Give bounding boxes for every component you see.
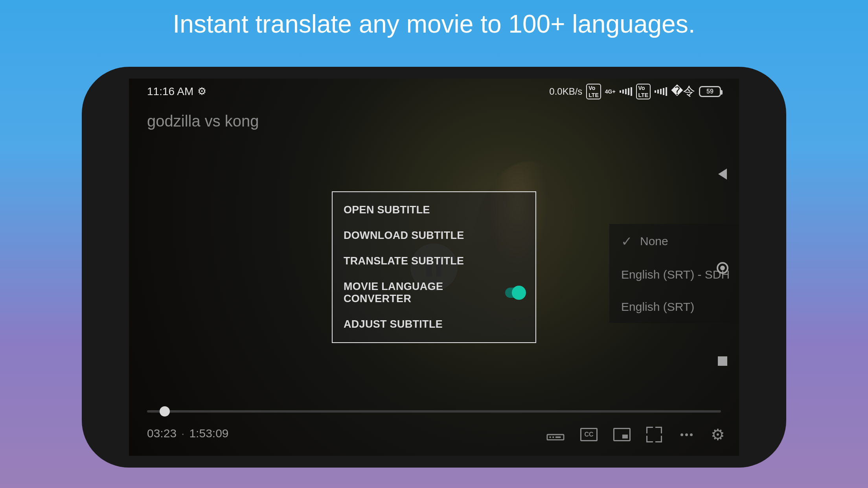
svg-rect-2 (552, 437, 554, 438)
subtitle-none-label: None (640, 235, 668, 248)
open-subtitle-label: OPEN SUBTITLE (344, 204, 430, 216)
subtitle-eng-sdh-label: English (SRT) - SDH (621, 268, 730, 281)
download-subtitle-item[interactable]: DOWNLOAD SUBTITLE (344, 229, 524, 242)
subtitle-menu: OPEN SUBTITLE DOWNLOAD SUBTITLE TRANSLAT… (332, 191, 536, 343)
signal-1-icon (620, 87, 632, 96)
nav-home-icon[interactable] (717, 262, 728, 274)
subtitle-keyboard-icon[interactable] (546, 427, 565, 442)
more-icon[interactable] (678, 428, 695, 441)
svg-rect-1 (550, 437, 551, 438)
network-type: 4G+ (605, 88, 616, 95)
svg-rect-3 (555, 437, 561, 438)
status-bar: 11:16 AM ⚙ 0.0KB/s VoLTE 4G+ VoLTE �令 59 (129, 83, 739, 99)
total-time: 1:53:09 (189, 427, 228, 440)
check-icon: ✓ (621, 233, 632, 249)
promo-headline: Instant translate any movie to 100+ lang… (0, 0, 868, 39)
adjust-subtitle-label: ADJUST SUBTITLE (344, 318, 443, 330)
pip-icon[interactable] (613, 428, 631, 441)
subtitle-eng-label: English (SRT) (621, 300, 694, 314)
volte-badge-2: VoLTE (636, 84, 651, 99)
movie-language-converter-item[interactable]: MOVIE LANGUAGE CONVERTER (344, 281, 524, 305)
translate-subtitle-item[interactable]: TRANSLATE SUBTITLE (344, 255, 524, 267)
translate-subtitle-label: TRANSLATE SUBTITLE (344, 255, 464, 267)
status-time: 11:16 AM (147, 85, 193, 98)
movie-title: godzilla vs kong (147, 112, 259, 130)
nav-back-icon[interactable] (718, 169, 727, 180)
bottom-controls: CC ⚙ (546, 427, 725, 442)
gear-status-icon: ⚙ (197, 85, 206, 97)
volte-badge-1: VoLTE (586, 84, 601, 99)
android-nav-bar (715, 79, 730, 456)
nav-recents-icon[interactable] (718, 356, 727, 366)
player-screen: 11:16 AM ⚙ 0.0KB/s VoLTE 4G+ VoLTE �令 59… (129, 79, 739, 456)
seek-thumb[interactable] (160, 406, 170, 416)
wifi-icon: �令 (671, 83, 695, 99)
download-subtitle-label: DOWNLOAD SUBTITLE (344, 229, 464, 242)
network-speed: 0.0KB/s (549, 86, 582, 97)
seek-bar[interactable] (147, 410, 721, 413)
signal-2-icon (655, 87, 667, 96)
open-subtitle-item[interactable]: OPEN SUBTITLE (344, 204, 524, 216)
phone-frame: 11:16 AM ⚙ 0.0KB/s VoLTE 4G+ VoLTE �令 59… (82, 67, 786, 468)
adjust-subtitle-item[interactable]: ADJUST SUBTITLE (344, 318, 524, 330)
fullscreen-icon[interactable] (646, 427, 662, 442)
current-time: 03:23 (147, 427, 177, 440)
closed-caption-icon[interactable]: CC (580, 428, 598, 441)
movie-language-converter-label: MOVIE LANGUAGE CONVERTER (344, 281, 505, 305)
time-display: 03:23·1:53:09 (147, 427, 229, 440)
language-converter-toggle[interactable] (505, 288, 524, 298)
